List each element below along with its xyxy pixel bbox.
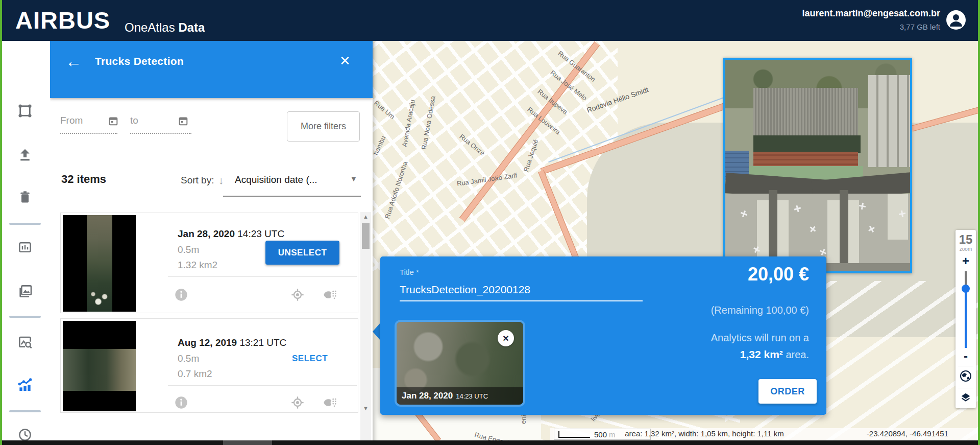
order-button[interactable]: ORDER: [758, 379, 817, 404]
locate-target-icon[interactable]: [290, 288, 305, 304]
account-avatar[interactable]: [946, 10, 966, 30]
panel-header: ← Trucks Detection ✕: [50, 41, 373, 98]
airbus-logo: AIRBUS: [15, 6, 110, 34]
sat-parking-lot: [753, 88, 858, 136]
analytics-note-line1: Analytics will run on a: [711, 332, 809, 344]
items-count: 32 items: [61, 173, 106, 186]
zoom-out-button[interactable]: -: [964, 350, 968, 362]
scene-date: Jan 28, 2020 14:23 UTC: [178, 228, 284, 240]
remove-scene-icon[interactable]: ✕: [498, 330, 514, 346]
sat-stand: [888, 194, 908, 240]
scene-thumbnail: [63, 321, 136, 411]
chevron-down-icon[interactable]: ▼: [350, 175, 357, 183]
close-icon[interactable]: ✕: [339, 53, 351, 69]
more-filters-button[interactable]: More filters: [287, 111, 360, 142]
trash-icon[interactable]: [16, 188, 34, 206]
controls-divider: [958, 388, 973, 388]
top-bar: AIRBUS OneAtlas Data laurent.martin@enge…: [0, 0, 980, 41]
order-scene-thumbnail: Jan 28, 2020 14:23 UTC ✕: [397, 322, 523, 405]
sort-underline: [223, 196, 361, 197]
order-thumb-date: Jan 28, 2020: [402, 391, 453, 401]
toolbar-divider: [9, 410, 41, 412]
remaining-balance: (Remaining 100,00 €): [711, 305, 809, 316]
zoom-caption: zoom: [960, 246, 972, 252]
scale-line: [558, 431, 590, 438]
result-card[interactable]: Aug 12, 2019 13:21 UTC 0.5m 0.7 km2 SELE…: [60, 318, 358, 413]
zoom-in-button[interactable]: +: [962, 255, 969, 267]
unselect-button[interactable]: UNSELECT: [265, 241, 339, 265]
product-name: OneAtlas: [125, 20, 178, 34]
order-title-input[interactable]: [400, 279, 643, 301]
analytics-area-value: 1,32 km²: [740, 348, 783, 360]
screen-border-right: [978, 0, 980, 445]
info-icon[interactable]: [174, 395, 188, 412]
zoom-slider[interactable]: [962, 271, 970, 348]
globe-icon[interactable]: [960, 370, 972, 384]
map-canvas[interactable]: Rua Guaranton Rua José Melo Rua Itupeva …: [373, 41, 980, 445]
sat-trees: [753, 135, 861, 153]
order-thumb-caption: Jan 28, 2020 14:23 UTC: [397, 387, 523, 405]
trucks-detection-panel: ← Trucks Detection ✕ From to More filter…: [50, 41, 373, 445]
card-divider: [168, 276, 357, 277]
scene-resolution: 0.5m: [178, 353, 199, 364]
calendar-icon[interactable]: [178, 115, 189, 129]
slider-track-lower: [965, 292, 967, 348]
locate-target-icon[interactable]: [290, 395, 305, 412]
analytics-note-line2: 1,32 km² area.: [740, 348, 809, 361]
toolbar-divider: [9, 316, 41, 318]
storage-left: 3,77 GB left: [900, 22, 940, 31]
sat-buildings: [868, 75, 912, 167]
slider-handle[interactable]: [962, 285, 970, 293]
zoom-level: 15: [959, 233, 973, 246]
order-price: 20,00 €: [748, 264, 809, 285]
upload-icon[interactable]: [16, 146, 34, 164]
app-window: AIRBUS OneAtlas Data laurent.martin@enge…: [0, 0, 980, 445]
selected-image-preview[interactable]: [723, 58, 912, 273]
scene-area: 0.7 km2: [178, 368, 212, 380]
image-library-icon[interactable]: [16, 282, 34, 300]
user-email: laurent.martin@engesat.com.br: [802, 8, 940, 19]
scene-date-bold: Aug 12, 2019: [178, 337, 237, 348]
product-title: OneAtlas Data: [125, 20, 205, 35]
result-card[interactable]: Jan 28, 2020 14:23 UTC 0.5m 1.32 km2 UNS…: [60, 213, 358, 313]
analytics-area-suffix: area.: [783, 349, 809, 360]
bottom-scroll-segment: [223, 440, 272, 445]
sort-select[interactable]: Acquisition date (...: [235, 174, 317, 185]
preview-eye-dots-icon[interactable]: [322, 395, 338, 412]
card-divider: [168, 385, 357, 386]
order-thumb-time: 14:23 UTC: [456, 392, 488, 400]
select-button[interactable]: SELECT: [292, 354, 328, 364]
analytics-trending-icon[interactable]: [16, 376, 34, 394]
calendar-icon[interactable]: [108, 115, 119, 129]
scroll-up-icon[interactable]: ▲: [360, 214, 371, 220]
chart-board-icon[interactable]: [16, 238, 34, 256]
cursor-coordinates: -23.420894, -46.491451: [867, 429, 948, 438]
product-name-bold: Data: [178, 20, 205, 34]
map-zoom-controls: 15 zoom + -: [955, 230, 976, 408]
scene-area: 1.32 km2: [178, 260, 217, 271]
layers-icon[interactable]: [960, 392, 971, 405]
draw-area-icon[interactable]: [16, 102, 34, 120]
sat-pier: [840, 190, 848, 264]
scene-time: 14:23 UTC: [237, 228, 284, 239]
scroll-down-icon[interactable]: ▼: [360, 405, 371, 411]
sort-direction-icon[interactable]: ↓: [218, 175, 224, 186]
scene-date-bold: Jan 28, 2020: [178, 228, 235, 239]
preview-eye-dots-icon[interactable]: [322, 288, 338, 304]
sat-pier: [769, 190, 777, 264]
sort-by-label: Sort by:: [181, 175, 214, 186]
info-icon[interactable]: [174, 288, 188, 304]
scene-date: Aug 12, 2019 13:21 UTC: [178, 337, 286, 348]
window-bottom-strip: [0, 440, 980, 445]
controls-divider: [958, 366, 973, 366]
order-dialog: Title * 20,00 € (Remaining 100,00 €) Ana…: [380, 256, 826, 415]
screen-border-left: [0, 0, 2, 445]
left-toolbar: [0, 41, 50, 445]
aoi-metrics: area: 1,32 km², width: 1,05 km, height: …: [592, 429, 817, 438]
scrollbar-thumb[interactable]: [362, 223, 370, 249]
scene-resolution: 0.5m: [178, 244, 199, 255]
scene-time: 13:21 UTC: [239, 337, 286, 348]
title-field-label: Title *: [400, 268, 419, 276]
image-search-icon[interactable]: [16, 333, 34, 352]
back-arrow-icon[interactable]: ←: [65, 52, 82, 71]
